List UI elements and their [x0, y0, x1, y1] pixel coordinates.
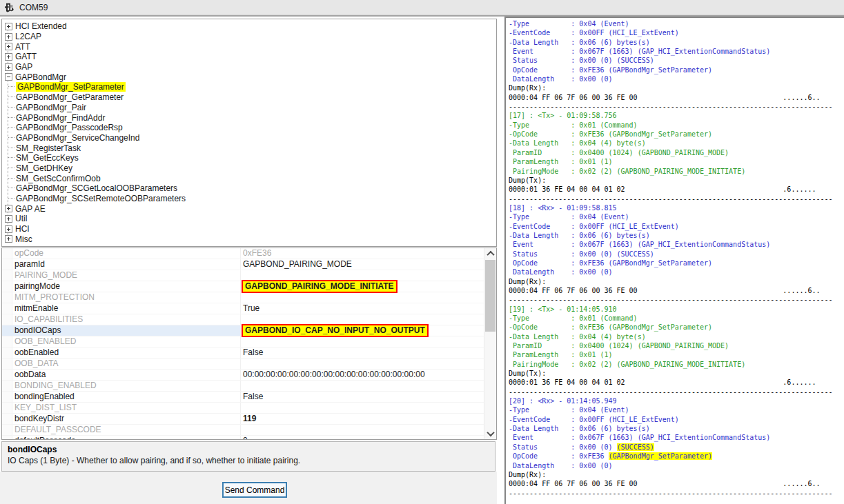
- log-line: ----------------------------------------…: [509, 387, 844, 396]
- tree-item[interactable]: GAPBondMgr_FindAddr: [2, 112, 496, 123]
- log-line: -OpCode : 0xFE36 (GAPBondMgr_SetParamete…: [509, 323, 844, 332]
- expand-icon[interactable]: [5, 205, 12, 212]
- tree-item[interactable]: HCI Extended: [2, 21, 496, 32]
- tree-connector: [8, 97, 14, 98]
- tree-connector: [8, 198, 14, 199]
- protocol-tree-panel[interactable]: HCI ExtendedL2CAPATTGATTGAPGAPBondMgrGAP…: [1, 19, 497, 247]
- parameter-value[interactable]: [241, 270, 484, 281]
- grid-vertical-scrollbar[interactable]: [484, 248, 496, 439]
- parameter-value[interactable]: 0xFE36: [241, 248, 484, 259]
- tree-item[interactable]: SM_RegisterTask: [2, 143, 496, 153]
- log-line: Dump(Tx):: [509, 176, 844, 185]
- grid-row[interactable]: bondingEnabledFalse: [2, 392, 484, 403]
- grid-row[interactable]: bondIOCapsGAPBOND_IO_CAP_NO_INPUT_NO_OUT…: [2, 325, 484, 336]
- log-line: ParamID : 0x0400 (1024) (GAPBOND_PAIRING…: [509, 148, 844, 157]
- tree-item[interactable]: ATT: [2, 41, 496, 52]
- grid-row[interactable]: BONDING_ENABLED: [2, 381, 484, 392]
- tree-item[interactable]: GAPBondMgr_SetParameter: [2, 82, 496, 92]
- grid-row[interactable]: opCode0xFE36: [2, 248, 484, 259]
- tree-item[interactable]: GAPBondMgr_SCSetRemoteOOBParameters: [2, 194, 496, 204]
- message-log-panel[interactable]: -Type : 0x04 (Event)-EventCode : 0x00FF …: [504, 17, 844, 504]
- parameter-value[interactable]: [241, 314, 484, 325]
- parameter-name: bondIOCaps: [2, 325, 241, 336]
- tree-item[interactable]: GAPBondMgr: [2, 72, 496, 82]
- parameter-value[interactable]: GAPBOND_PAIRING_MODE_INITIATE: [241, 281, 484, 292]
- grid-row[interactable]: OOB_DATA: [2, 359, 484, 370]
- tree-item[interactable]: L2CAP: [2, 32, 496, 42]
- parameter-value[interactable]: False: [241, 347, 484, 358]
- expand-icon[interactable]: [5, 63, 12, 71]
- grid-row[interactable]: defaultPasscode0: [2, 436, 484, 440]
- tree-item[interactable]: GAPBondMgr_GetParameter: [2, 92, 496, 103]
- parameter-name: MITM_PROTECTION: [2, 292, 241, 303]
- button-bar: Send Command: [0, 472, 497, 504]
- log-line: ----------------------------------------…: [509, 102, 844, 111]
- tree-item[interactable]: SM_GetScConfirmOob: [2, 173, 496, 183]
- tree-item[interactable]: SM_GetDHKey: [2, 163, 496, 174]
- log-line: Status : 0x00 (0) (SUCCESS): [509, 250, 844, 259]
- log-line: DataLength : 0x00 (0): [509, 268, 844, 276]
- expand-icon[interactable]: [5, 33, 12, 41]
- expand-icon[interactable]: [5, 43, 12, 50]
- tree-item-label: GAP: [15, 62, 32, 72]
- grid-row[interactable]: DEFAULT_PASSCODE: [2, 425, 484, 436]
- log-line: 0000:04 FF 06 7F 06 00 36 FE 00 ......6.…: [509, 286, 844, 295]
- tree-item[interactable]: GAPBondMgr_PasscodeRsp: [2, 123, 496, 133]
- tree-item[interactable]: Util: [2, 214, 496, 224]
- parameter-value[interactable]: False: [241, 392, 484, 402]
- tree-item-label: GAPBondMgr_ServiceChangeInd: [16, 133, 139, 143]
- tree-item[interactable]: HCI: [2, 224, 496, 234]
- log-line: -Data Length : 0x06 (6) bytes(s): [509, 424, 844, 433]
- parameter-name: opCode: [2, 248, 241, 259]
- expand-icon[interactable]: [5, 235, 12, 243]
- parameter-value[interactable]: [241, 336, 484, 347]
- parameter-value[interactable]: 0: [241, 436, 484, 440]
- tree-item[interactable]: GAPBondMgr_Pair: [2, 103, 496, 113]
- parameter-value[interactable]: [241, 381, 484, 391]
- grid-row[interactable]: pairingModeGAPBOND_PAIRING_MODE_INITIATE: [2, 281, 484, 292]
- parameter-grid[interactable]: opCode0xFE36paramIdGAPBOND_PAIRING_MODEP…: [1, 248, 497, 440]
- log-line: -Data Length : 0x06 (6) bytes(s): [509, 38, 844, 47]
- tree-item[interactable]: GATT: [2, 52, 496, 62]
- btool-window: COM59 HCI ExtendedL2CAPATTGATTGAPGAPBond…: [0, 0, 844, 504]
- expand-icon[interactable]: [5, 225, 12, 233]
- send-command-button[interactable]: Send Command: [222, 482, 287, 498]
- tree-item[interactable]: GAPBondMgr_ServiceChangeInd: [2, 133, 496, 143]
- tree-item[interactable]: SM_GetEccKeys: [2, 153, 496, 163]
- parameter-value[interactable]: [241, 403, 484, 413]
- expand-icon[interactable]: [5, 215, 12, 223]
- grid-row[interactable]: MITM_PROTECTION: [2, 292, 484, 303]
- parameter-value[interactable]: GAPBOND_PAIRING_MODE: [241, 259, 484, 270]
- tree-item[interactable]: GAP AE: [2, 203, 496, 214]
- log-line: PairingMode : 0x02 (2) (GAPBOND_PAIRING_…: [509, 360, 844, 369]
- grid-row[interactable]: bondKeyDistr119: [2, 414, 484, 425]
- parameter-value[interactable]: 00:00:00:00:00:00:00:00:00:00:00:00:00:0…: [241, 370, 484, 380]
- tree-item[interactable]: Misc: [2, 234, 496, 244]
- grid-row[interactable]: oobData00:00:00:00:00:00:00:00:00:00:00:…: [2, 370, 484, 381]
- parameter-value[interactable]: GAPBOND_IO_CAP_NO_INPUT_NO_OUTPUT: [241, 325, 484, 336]
- collapse-icon[interactable]: [5, 73, 12, 81]
- tree-connector: [8, 178, 14, 179]
- log-line: -EventCode : 0x00FF (HCI_LE_ExtEvent): [509, 222, 844, 231]
- tree-item[interactable]: GAP: [2, 62, 496, 72]
- expand-icon[interactable]: [5, 53, 12, 61]
- grid-row[interactable]: mitmEnableTrue: [2, 303, 484, 314]
- scrollbar-thumb[interactable]: [485, 260, 495, 332]
- log-line: Status : 0x00 (0) (SUCCESS): [509, 56, 844, 65]
- scroll-down-button[interactable]: [484, 428, 496, 439]
- parameter-value[interactable]: [241, 425, 484, 435]
- expand-icon[interactable]: [5, 23, 12, 30]
- parameter-help-text: IO Caps (1 Byte) - Whether to allow pair…: [8, 456, 489, 465]
- log-highlight: (GAPBondMgr_SetParameter): [609, 452, 713, 460]
- grid-row[interactable]: OOB_ENABLED: [2, 336, 484, 347]
- parameter-value[interactable]: [241, 359, 484, 369]
- parameter-value[interactable]: [241, 292, 484, 303]
- parameter-value[interactable]: True: [241, 303, 484, 314]
- parameter-value[interactable]: 119: [241, 414, 484, 424]
- grid-row[interactable]: KEY_DIST_LIST: [2, 403, 484, 414]
- grid-row[interactable]: paramIdGAPBOND_PAIRING_MODE: [2, 259, 484, 270]
- tree-item[interactable]: GAPBondMgr_SCGetLocalOOBParameters: [2, 183, 496, 194]
- grid-row[interactable]: oobEnabledFalse: [2, 347, 484, 359]
- scroll-up-button[interactable]: [484, 248, 496, 259]
- parameter-name: bondKeyDistr: [2, 414, 241, 424]
